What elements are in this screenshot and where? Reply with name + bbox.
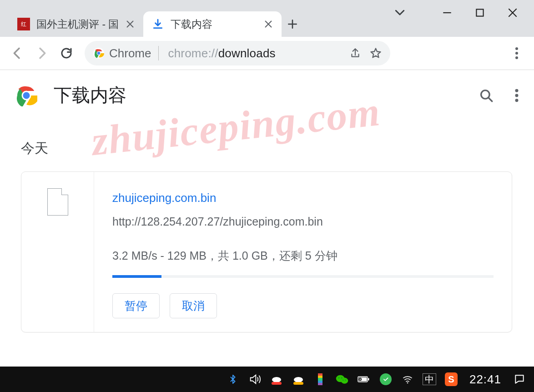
window-controls	[441, 0, 534, 25]
security-shield-icon[interactable]	[379, 373, 392, 386]
chrome-logo-icon	[15, 85, 37, 106]
downloads-body: zhujiceping.com 今天 zhujiceping.com.bin h…	[0, 121, 534, 367]
download-source-url[interactable]: http://128.254.207.27/zhujiceping.com.bi…	[112, 215, 494, 228]
chrome-logo-icon	[93, 47, 105, 59]
svg-point-12	[515, 94, 519, 97]
tab-inactive-1[interactable]: 红 国外主机测评 - 国	[9, 11, 143, 37]
chip-label: Chrome	[109, 46, 151, 60]
downloads-page-header: 下载内容	[0, 70, 534, 121]
sogou-ime-icon[interactable]: S	[445, 373, 458, 386]
page-title: 下载内容	[54, 83, 126, 108]
bluetooth-icon[interactable]	[227, 373, 239, 386]
svg-point-16	[338, 377, 339, 378]
wifi-icon[interactable]	[401, 373, 414, 386]
taskbar-clock[interactable]: 22:41	[469, 372, 501, 387]
system-tray: 中 S 22:41	[227, 372, 526, 387]
download-progress-bar	[112, 275, 494, 278]
cancel-button[interactable]: 取消	[170, 293, 217, 318]
share-icon[interactable]	[349, 47, 361, 59]
downloads-menu-icon[interactable]	[515, 88, 519, 103]
battery-icon[interactable]	[358, 373, 370, 386]
tab-title: 国外主机测评 - 国	[36, 17, 119, 31]
maximize-button[interactable]	[474, 7, 486, 19]
svg-point-10	[481, 90, 489, 98]
qq-icon-1[interactable]	[270, 373, 283, 386]
download-progress-fill	[112, 275, 161, 278]
svg-point-4	[515, 47, 518, 50]
close-tab-icon[interactable]	[263, 19, 273, 29]
tab-active-downloads[interactable]: 下载内容	[143, 11, 282, 37]
download-progress-text: 3.2 MB/s - 129 MB，共 1.0 GB，还剩 5 分钟	[112, 248, 494, 263]
svg-point-18	[343, 380, 343, 381]
action-center-icon[interactable]	[513, 373, 526, 386]
tab-strip: 红 国外主机测评 - 国 下载内容	[0, 0, 303, 37]
tab-list-chevron-icon[interactable]	[393, 5, 407, 19]
browser-menu-button[interactable]	[508, 44, 526, 62]
svg-rect-0	[476, 9, 483, 16]
date-section-label: 今天	[21, 139, 534, 158]
svg-point-11	[515, 89, 519, 92]
forward-button[interactable]	[33, 44, 51, 62]
browser-toolbar: Chrome chrome://downloads	[0, 37, 534, 70]
svg-rect-21	[368, 378, 369, 381]
download-filename[interactable]: zhujiceping.com.bin	[112, 191, 494, 205]
svg-point-13	[515, 99, 519, 102]
address-bar[interactable]: Chrome chrome://downloads	[85, 41, 390, 65]
download-icon	[151, 18, 164, 30]
svg-point-15	[341, 378, 348, 384]
windows-taskbar[interactable]: 中 S 22:41	[0, 367, 534, 392]
svg-point-19	[345, 380, 346, 381]
bookmark-star-icon[interactable]	[369, 47, 382, 60]
qq-icon-2[interactable]	[292, 373, 305, 386]
favicon-site-icon: 红	[17, 18, 30, 30]
search-downloads-icon[interactable]	[479, 88, 494, 103]
download-item-card: zhujiceping.com.bin http://128.254.207.2…	[21, 171, 512, 332]
svg-point-17	[341, 377, 342, 378]
wechat-icon[interactable]	[336, 373, 348, 386]
volume-icon[interactable]	[248, 373, 261, 386]
file-icon	[47, 188, 68, 216]
pause-button[interactable]: 暂停	[112, 293, 160, 318]
new-tab-button[interactable]	[282, 11, 303, 37]
rainbow-app-icon[interactable]	[314, 373, 327, 386]
download-file-type-panel	[21, 172, 94, 332]
url-text: chrome://downloads	[168, 46, 275, 60]
ime-indicator[interactable]: 中	[423, 373, 436, 386]
close-window-button[interactable]	[507, 7, 519, 19]
reload-button[interactable]	[57, 44, 76, 62]
minimize-button[interactable]	[441, 7, 453, 19]
close-tab-icon[interactable]	[125, 19, 135, 29]
svg-point-24	[407, 382, 408, 384]
download-actions: 暂停 取消	[112, 293, 494, 318]
site-chip: Chrome	[93, 46, 161, 60]
svg-point-5	[515, 52, 518, 55]
browser-title-bar: 红 国外主机测评 - 国 下载内容	[0, 0, 534, 37]
back-button[interactable]	[8, 44, 26, 62]
svg-point-6	[515, 56, 518, 59]
tab-title: 下载内容	[171, 17, 212, 31]
